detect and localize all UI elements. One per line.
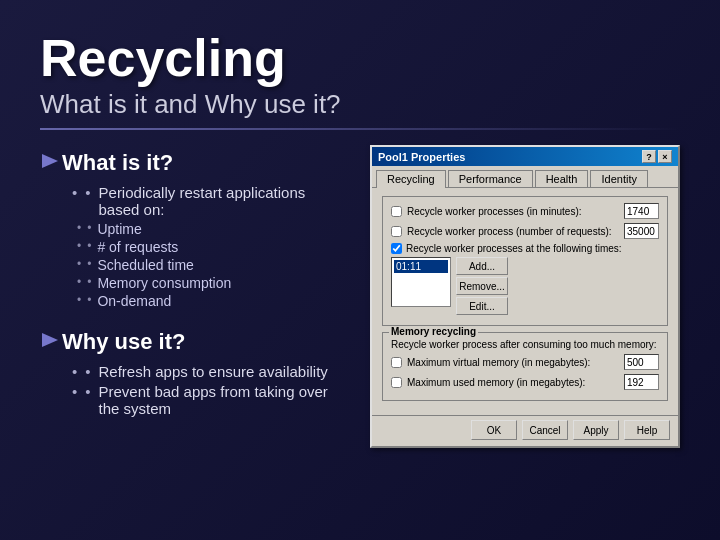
- dialog-tabs: Recycling Performance Health Identity: [372, 166, 678, 188]
- arrow-icon-1: [40, 150, 62, 172]
- periodically-label: Periodically restart applications based …: [99, 184, 340, 218]
- max-used-checkbox[interactable]: [391, 377, 402, 388]
- sub-title: What is it and Why use it?: [40, 89, 680, 120]
- what-is-it-section: What is it? • Periodically restart appli…: [40, 150, 340, 311]
- recycle-minutes-label: Recycle worker processes (in minutes):: [407, 206, 624, 217]
- what-is-it-content: What is it? • Periodically restart appli…: [62, 150, 340, 311]
- ok-button[interactable]: OK: [471, 420, 517, 440]
- tab-identity[interactable]: Identity: [590, 170, 647, 187]
- tab-recycling[interactable]: Recycling: [376, 170, 446, 188]
- recycle-requests-checkbox[interactable]: [391, 226, 402, 237]
- main-title: Recycling: [40, 30, 680, 87]
- max-virtual-input[interactable]: [624, 354, 659, 370]
- why-list: • Refresh apps to ensure availability • …: [72, 363, 340, 417]
- why-use-it-title: Why use it?: [62, 329, 340, 355]
- sub-item-memory: • Memory consumption: [77, 275, 340, 291]
- list-item-periodically: • Periodically restart applications base…: [72, 184, 340, 218]
- recycle-times-label-text: Recycle worker processes at the followin…: [406, 243, 622, 254]
- max-used-row: Maximum used memory (in megabytes):: [391, 374, 659, 390]
- svg-marker-0: [42, 154, 58, 168]
- times-list-area: 01:11 Add... Remove... Edit...: [391, 257, 659, 315]
- times-buttons: Add... Remove... Edit...: [456, 257, 508, 315]
- arrow-icon-2: [40, 329, 62, 351]
- dialog-window: Pool1 Properties ? × Recycling Performan…: [370, 145, 680, 448]
- title-block: Recycling What is it and Why use it?: [40, 30, 680, 120]
- recycle-times-label-row: Recycle worker processes at the followin…: [391, 243, 659, 254]
- recycle-times-section: Recycle worker processes at the followin…: [391, 243, 659, 315]
- why-use-it-content: Why use it? • Refresh apps to ensure ava…: [62, 329, 340, 420]
- memory-group-label: Memory recycling: [389, 326, 478, 337]
- memory-recycling-group: Memory recycling Recycle worker process …: [382, 332, 668, 401]
- divider: [40, 128, 680, 130]
- checkbox-row-1: Recycle worker processes (in minutes):: [391, 203, 659, 219]
- dialog-body: Recycle worker processes (in minutes): R…: [372, 188, 678, 415]
- titlebar-buttons: ? ×: [642, 150, 672, 163]
- dialog-wrapper: Pool1 Properties ? × Recycling Performan…: [370, 145, 680, 448]
- dialog-footer: OK Cancel Apply Help: [372, 415, 678, 446]
- what-is-it-list: • Periodically restart applications base…: [72, 184, 340, 218]
- times-listbox[interactable]: 01:11: [391, 257, 451, 307]
- cancel-button[interactable]: Cancel: [522, 420, 568, 440]
- max-used-label: Maximum used memory (in megabytes):: [407, 377, 624, 388]
- what-is-it-title: What is it?: [62, 150, 340, 176]
- why-item-refresh: • Refresh apps to ensure availability: [72, 363, 340, 380]
- recycle-minutes-checkbox[interactable]: [391, 206, 402, 217]
- worker-processes-group: Recycle worker processes (in minutes): R…: [382, 196, 668, 326]
- sub-items-list: • Uptime • # of requests • Scheduled tim…: [77, 221, 340, 309]
- sub-item-requests: • # of requests: [77, 239, 340, 255]
- edit-time-button[interactable]: Edit...: [456, 297, 508, 315]
- checkbox-row-2: Recycle worker process (number of reques…: [391, 223, 659, 239]
- dialog-title: Pool1 Properties: [378, 151, 465, 163]
- add-time-button[interactable]: Add...: [456, 257, 508, 275]
- remove-time-button[interactable]: Remove...: [456, 277, 508, 295]
- recycle-times-checkbox[interactable]: [391, 243, 402, 254]
- help-dialog-button[interactable]: Help: [624, 420, 670, 440]
- why-use-it-section: Why use it? • Refresh apps to ensure ava…: [40, 329, 340, 420]
- memory-recycle-description: Recycle worker process after consuming t…: [391, 339, 659, 350]
- max-virtual-row: Maximum virtual memory (in megabytes):: [391, 354, 659, 370]
- close-button[interactable]: ×: [658, 150, 672, 163]
- left-column: What is it? • Periodically restart appli…: [40, 150, 350, 448]
- sub-item-uptime: • Uptime: [77, 221, 340, 237]
- recycle-minutes-input[interactable]: [624, 203, 659, 219]
- sub-item-ondemand: • On-demand: [77, 293, 340, 309]
- max-virtual-checkbox[interactable]: [391, 357, 402, 368]
- recycle-requests-label: Recycle worker process (number of reques…: [407, 226, 624, 237]
- tab-performance[interactable]: Performance: [448, 170, 533, 187]
- svg-marker-1: [42, 333, 58, 347]
- content-area: What is it? • Periodically restart appli…: [40, 150, 680, 448]
- dialog-titlebar: Pool1 Properties ? ×: [372, 147, 678, 166]
- time-item-selected[interactable]: 01:11: [394, 260, 448, 273]
- sub-item-scheduled: • Scheduled time: [77, 257, 340, 273]
- tab-health[interactable]: Health: [535, 170, 589, 187]
- max-virtual-label: Maximum virtual memory (in megabytes):: [407, 357, 624, 368]
- slide: Recycling What is it and Why use it? Wha…: [0, 0, 720, 540]
- why-item-prevent: • Prevent bad apps from taking over the …: [72, 383, 340, 417]
- recycle-requests-input[interactable]: [624, 223, 659, 239]
- help-button[interactable]: ?: [642, 150, 656, 163]
- apply-button[interactable]: Apply: [573, 420, 619, 440]
- max-used-input[interactable]: [624, 374, 659, 390]
